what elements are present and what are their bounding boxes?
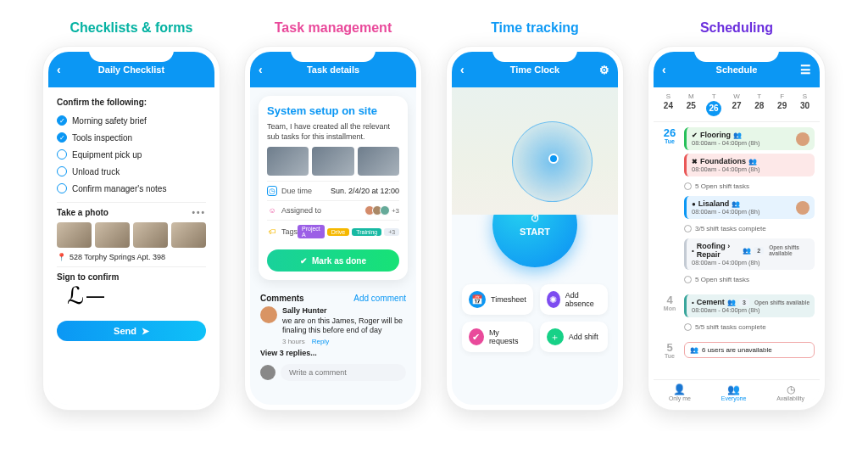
topbar-title: Daily Checklist [98,64,164,75]
assignee-avatars[interactable]: +3 [367,205,399,216]
mark-done-button[interactable]: ✔ Mark as done [267,249,399,272]
task-image[interactable] [312,147,353,176]
checklist-item[interactable]: ✓Morning safety brief [57,112,206,129]
shift-card[interactable]: •Roofing › Repair 👥2Open shifts availabl… [684,238,815,270]
shift-card[interactable]: ✔Flooring 👥 08:00am - 04:00pm (8h) [684,127,815,150]
avatar [260,365,275,380]
confirm-label: Confirm the following: [57,98,206,107]
circle-icon [684,182,692,190]
task-image[interactable] [358,147,399,176]
week-day[interactable]: T26 [704,92,723,116]
back-icon[interactable]: ‹ [460,63,465,76]
day-label: 4Mon [660,294,679,333]
sign-label: Sign to confirm [57,272,206,282]
reply-link[interactable]: Reply [312,338,329,346]
clock-icon: ◷ [776,384,804,395]
shift-time: 08:00am - 04:00pm (8h) [692,306,810,314]
people-icon: 👥 [743,247,751,255]
tile-label: Add absence [565,291,601,308]
topbar-title: Time Clock [510,64,560,75]
add-comment-link[interactable]: Add comment [353,294,406,303]
checklist-item[interactable]: Unload truck [57,163,206,180]
back-icon[interactable]: ‹ [662,63,666,76]
shift-time: 08:00am - 04:00pm (8h) [692,259,810,266]
task-card: System setup on site Team, I have create… [259,96,408,280]
week-day[interactable]: W27 [727,92,746,116]
map-view[interactable] [452,87,618,215]
checklist-item[interactable]: Equipment pick up [57,146,206,163]
clock-tile-sun[interactable]: ✺Add absence [540,284,608,315]
clock-tile-calendar[interactable]: 📅Timesheet [462,284,533,315]
checklist-item[interactable]: ✓Tools inspection [57,129,206,146]
avatar[interactable] [260,306,277,323]
circle-icon [57,183,67,193]
view-replies-link[interactable]: View 3 replies... [250,346,416,360]
unavailable-banner[interactable]: 👥6 users are unavailable [684,342,815,358]
nav-label: Everyone [721,395,747,401]
person-icon: 👤 [669,384,691,395]
circle-icon [57,166,67,176]
shift-card[interactable]: ●Lisaland 👥 08:00am - 04:00pm (8h) [684,196,815,219]
sun-icon: ✺ [547,291,560,308]
signature-pad[interactable]: ℒ⸺ [57,282,206,316]
week-strip[interactable]: S24M25T26W27T28F29S30 [654,87,820,122]
menu-icon[interactable]: ☰ [800,63,811,76]
send-button[interactable]: Send ➤ [57,321,206,341]
circle-icon [684,276,692,283]
week-day[interactable]: S30 [795,92,814,116]
photo-section: Take a photo ••• [57,208,206,217]
tile-label: Add shift [569,333,598,341]
clock-tile-check[interactable]: ✔My requests [462,322,533,352]
clock-tile-plus[interactable]: ＋Add shift [540,322,608,352]
photo-thumb[interactable] [95,222,130,248]
shift-card[interactable]: ✖Foundations 👥 08:00am - 04:00pm (8h) [684,154,815,176]
comment-time: 3 hours [282,338,305,346]
more-icon[interactable]: ••• [192,208,206,217]
week-day[interactable]: T28 [750,92,769,116]
check-icon: ✔ [300,256,307,266]
checklist-item-label: Confirm manager's notes [72,184,166,193]
weekday-letter: F [773,92,792,100]
weekday-letter: S [659,92,677,100]
gear-icon[interactable]: ⚙ [599,64,609,76]
shift-time: 08:00am - 04:00pm (8h) [692,165,810,173]
check-icon: ✔ [469,328,484,345]
weekday-number: 29 [773,101,792,110]
topbar-title: Schedule [716,64,758,75]
current-location-dot [548,154,559,164]
checklist-item-label: Equipment pick up [72,150,142,160]
shift-name: Lisaland [698,199,730,208]
avatar[interactable] [796,132,810,146]
circle-icon [684,323,692,331]
week-day[interactable]: F29 [773,92,792,116]
shift-time: 08:00am - 04:00pm (8h) [692,139,810,147]
shift-card[interactable]: •Cement 👥3Open shifts available 08:00am … [684,294,815,317]
weekday-letter: T [750,92,769,100]
task-name: System setup on site [267,104,399,117]
week-day[interactable]: S24 [659,92,677,116]
shift-subtext: 5/5 shift tasks complete [684,321,815,333]
nav-label: Availability [776,395,804,401]
nav-clock[interactable]: ◷Availability [776,384,804,401]
checklist-item[interactable]: Confirm manager's notes [57,180,206,197]
nav-person[interactable]: 👤Only me [669,384,691,401]
nav-people[interactable]: 👥Everyone [721,384,747,401]
week-day[interactable]: M25 [682,92,700,116]
shift-time: 08:00am - 04:00pm (8h) [692,208,810,216]
topbar-title: Task details [307,64,359,75]
address-row: 📍 528 Torphy Springs Apt. 398 [57,253,206,261]
comment-input[interactable] [281,364,406,381]
photo-thumb[interactable] [57,222,92,248]
people-icon: 👥 [721,384,747,395]
avatar[interactable] [796,201,810,215]
back-icon[interactable]: ‹ [57,63,61,76]
photo-thumb[interactable] [171,222,206,248]
weekday-letter: W [727,92,746,100]
photo-thumb[interactable] [133,222,168,248]
heading-checklists: Checklists & forms [70,20,193,36]
tags[interactable]: Project A Drive Training +3 [298,225,399,238]
task-image[interactable] [267,147,309,176]
status-icon: • [692,299,694,306]
send-icon: ➤ [142,326,149,337]
back-icon[interactable]: ‹ [259,63,263,76]
